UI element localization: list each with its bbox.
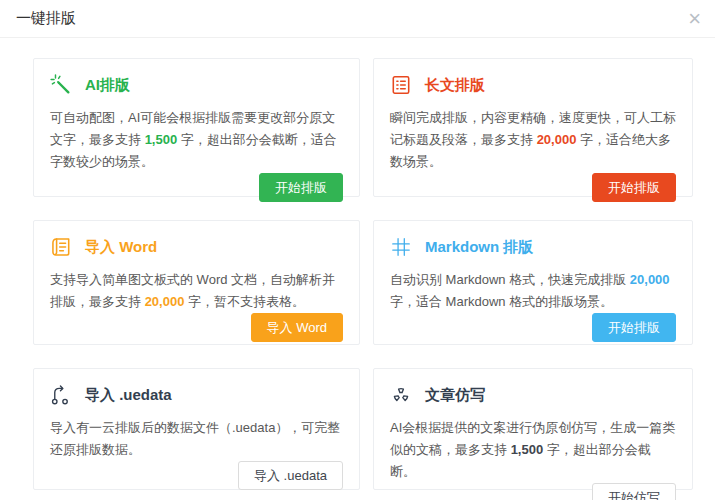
card-title: 导入 Word: [85, 238, 157, 257]
card-title: Markdown 排版: [425, 238, 533, 257]
card-long-article: 长文排版 瞬间完成排版，内容更精确，速度更快，可人工标记标题及段落，最多支持 2…: [373, 58, 693, 197]
card-title: 长文排版: [425, 76, 485, 95]
card-description: 支持导入简单图文板式的 Word 文档，自动解析并排版，最多支持 20,000 …: [50, 269, 343, 313]
start-format-button[interactable]: 开始排版: [592, 173, 676, 202]
card-description: 自动识别 Markdown 格式，快速完成排版 20,000 字，适合 Mark…: [390, 269, 676, 313]
card-description: 可自动配图，AI可能会根据排版需要更改部分原文文字，最多支持 1,500 字，超…: [50, 107, 343, 173]
import-word-button[interactable]: 导入 Word: [251, 313, 343, 342]
branch-icon: [50, 384, 72, 406]
card-head: AI排版: [50, 74, 343, 96]
word-document-icon: [50, 236, 72, 258]
word-limit: 1,500: [511, 442, 544, 457]
card-ai-format: AI排版 可自动配图，AI可能会根据排版需要更改部分原文文字，最多支持 1,50…: [33, 58, 360, 197]
start-rewrite-button[interactable]: 开始仿写: [592, 483, 676, 500]
card-title: AI排版: [85, 76, 130, 95]
card-description: AI会根据提供的文案进行伪原创仿写，生成一篇类似的文稿，最多支持 1,500 字…: [390, 417, 676, 483]
card-title: 文章仿写: [425, 386, 485, 405]
word-limit: 20,000: [630, 272, 670, 287]
card-import-uedata: 导入 .uedata 导入有一云排版后的数据文件（.uedata），可完整还原排…: [33, 368, 360, 490]
card-head: 文章仿写: [390, 384, 676, 406]
start-format-button[interactable]: 开始排版: [592, 313, 676, 342]
word-limit: 20,000: [537, 132, 577, 147]
dialog-title: 一键排版: [16, 9, 76, 28]
word-limit: 1,500: [145, 132, 178, 147]
card-head: 导入 Word: [50, 236, 343, 258]
magic-wand-icon: [50, 74, 72, 96]
import-uedata-button[interactable]: 导入 .uedata: [238, 461, 343, 490]
radiation-icon: [390, 384, 412, 406]
card-import-word: 导入 Word 支持导入简单图文板式的 Word 文档，自动解析并排版，最多支持…: [33, 220, 360, 345]
card-description: 导入有一云排版后的数据文件（.uedata），可完整还原排版数据。: [50, 417, 343, 461]
card-article-rewrite: 文章仿写 AI会根据提供的文案进行伪原创仿写，生成一篇类似的文稿，最多支持 1,…: [373, 368, 693, 490]
cards-grid: AI排版 可自动配图，AI可能会根据排版需要更改部分原文文字，最多支持 1,50…: [33, 58, 693, 490]
card-markdown: Markdown 排版 自动识别 Markdown 格式，快速完成排版 20,0…: [373, 220, 693, 345]
close-icon[interactable]: ×: [684, 2, 705, 36]
card-description: 瞬间完成排版，内容更精确，速度更快，可人工标记标题及段落，最多支持 20,000…: [390, 107, 676, 173]
dialog-header: 一键排版: [0, 0, 715, 38]
card-title: 导入 .uedata: [85, 386, 172, 405]
card-head: 长文排版: [390, 74, 676, 96]
start-format-button[interactable]: 开始排版: [259, 173, 343, 202]
list-document-icon: [390, 74, 412, 96]
card-head: 导入 .uedata: [50, 384, 343, 406]
card-head: Markdown 排版: [390, 236, 676, 258]
word-limit: 20,000: [145, 294, 185, 309]
hash-icon: [390, 236, 412, 258]
